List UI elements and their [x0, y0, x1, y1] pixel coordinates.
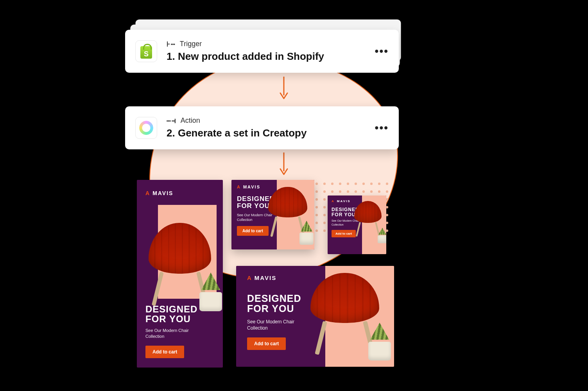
- ad-brand: A MAVIS: [332, 199, 351, 203]
- more-menu-icon[interactable]: •••: [375, 45, 389, 57]
- ad-headline: FOR YOU: [145, 314, 214, 324]
- ad-product-image: [312, 273, 392, 363]
- step-kind-label: Trigger: [180, 40, 202, 48]
- brand-name: MAVIS: [255, 274, 276, 281]
- ad-headline: DESIGNED: [247, 293, 317, 303]
- step-kind-label: Action: [181, 117, 200, 125]
- brand-name: MAVIS: [243, 185, 260, 189]
- ad-headline: FOR YOU: [247, 303, 317, 314]
- shopify-icon: S: [135, 40, 157, 62]
- ad-subcopy: See Our Modern Chair Collection: [247, 319, 306, 331]
- add-to-cart-button[interactable]: Add to cart: [247, 337, 286, 350]
- add-to-cart-button[interactable]: Add to cart: [145, 346, 184, 358]
- trigger-glyph-icon: ⊦⋯: [167, 40, 176, 48]
- flow-arrow-icon: [280, 76, 288, 100]
- ad-brand: A MAVIS: [145, 190, 173, 196]
- ad-brand: A MAVIS: [237, 185, 260, 189]
- workflow-card[interactable]: ⋯⊣ Action 2. Generate a set in Creatopy …: [125, 106, 399, 149]
- ad-product-image: [356, 201, 386, 244]
- workflow-card[interactable]: S ⊦⋯ Trigger 1. New product added in Sho…: [125, 30, 399, 73]
- brand-name: MAVIS: [152, 190, 173, 196]
- ad-product-image: [147, 223, 220, 313]
- brand-mark-icon: A: [247, 274, 252, 281]
- step-title: 1. New product added in Shopify: [167, 50, 366, 63]
- more-menu-icon[interactable]: •••: [375, 122, 389, 134]
- ad-subcopy: See Our Modern Chair Collection: [145, 328, 204, 339]
- brand-mark-icon: A: [332, 199, 335, 203]
- step-title: 2. Generate a set in Creatopy: [167, 127, 366, 139]
- workflow-step-action: ⋯⊣ Action 2. Generate a set in Creatopy …: [125, 106, 399, 149]
- ad-headline: DESIGNED: [145, 304, 214, 314]
- brand-name: MAVIS: [337, 199, 351, 203]
- ad-preview-medium-rect: A MAVIS DESIGNED FOR YOU See Our Modern …: [231, 180, 314, 249]
- brand-mark-icon: A: [237, 185, 241, 189]
- workflow-step-trigger: S ⊦⋯ Trigger 1. New product added in Sho…: [125, 30, 399, 73]
- ad-product-image: [271, 187, 314, 246]
- ad-preview-portrait: A MAVIS DESIGNED FOR YOU See Our Modern …: [137, 180, 223, 368]
- add-to-cart-button[interactable]: Add to cart: [237, 226, 269, 236]
- action-glyph-icon: ⋯⊣: [167, 117, 177, 125]
- flow-arrow-icon: [280, 152, 288, 176]
- creatopy-icon: [135, 117, 157, 139]
- ad-brand: A MAVIS: [247, 274, 276, 281]
- ad-preview-landscape: A MAVIS DESIGNED FOR YOU See Our Modern …: [236, 266, 394, 367]
- brand-mark-icon: A: [145, 190, 150, 196]
- add-to-cart-button[interactable]: Add to cart: [332, 230, 356, 237]
- ad-preview-square: A MAVIS DESIGNED FOR YOU See Our Modern …: [328, 196, 386, 254]
